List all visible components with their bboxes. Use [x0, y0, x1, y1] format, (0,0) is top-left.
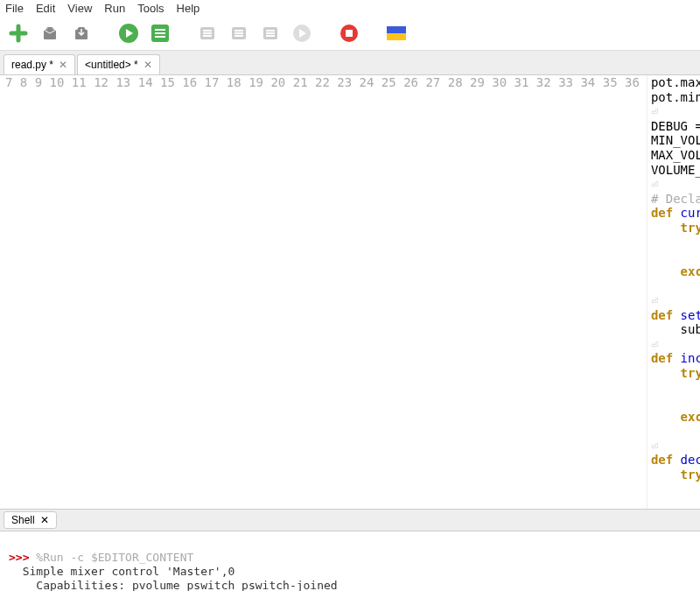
new-file-button[interactable] — [7, 22, 30, 45]
svg-rect-16 — [266, 30, 275, 32]
shell-tab[interactable]: Shell ✕ — [4, 511, 57, 529]
close-icon[interactable]: ✕ — [40, 514, 49, 526]
tab-label: <untitled> * — [85, 59, 138, 71]
run-button[interactable] — [117, 22, 140, 45]
tab-untitled[interactable]: <untitled> * ✕ — [77, 54, 160, 74]
menu-tools[interactable]: Tools — [137, 2, 164, 15]
line-gutter: 7 8 9 10 11 12 13 14 15 16 17 18 19 20 2… — [0, 75, 648, 509]
svg-rect-6 — [155, 36, 165, 38]
code-area[interactable]: pot.maximum = 100 # set the range of out… — [648, 75, 700, 509]
svg-rect-18 — [266, 35, 275, 37]
svg-rect-21 — [346, 30, 353, 37]
tab-label: read.py * — [11, 59, 53, 71]
flag-icon — [385, 22, 408, 45]
tab-read-py[interactable]: read.py * ✕ — [4, 54, 75, 74]
toolbar — [0, 17, 700, 51]
svg-rect-10 — [203, 35, 212, 37]
save-file-button[interactable] — [70, 22, 93, 45]
svg-rect-4 — [155, 29, 165, 31]
menu-view[interactable]: View — [67, 2, 92, 15]
svg-rect-22 — [387, 26, 406, 33]
stop-button[interactable] — [338, 22, 360, 45]
step-over-button[interactable] — [196, 22, 219, 45]
step-out-button[interactable] — [259, 22, 282, 45]
menu-file[interactable]: File — [5, 2, 24, 15]
svg-rect-8 — [203, 30, 212, 32]
svg-rect-23 — [387, 33, 406, 40]
shell-tabs: Shell ✕ — [0, 509, 700, 531]
svg-rect-13 — [234, 32, 243, 34]
code-editor[interactable]: 7 8 9 10 11 12 13 14 15 16 17 18 19 20 2… — [0, 75, 700, 509]
menu-edit[interactable]: Edit — [36, 2, 55, 15]
svg-rect-5 — [155, 32, 165, 34]
close-icon[interactable]: ✕ — [144, 59, 152, 71]
svg-rect-9 — [203, 32, 212, 34]
menu-bar: File Edit View Run Tools Help — [0, 0, 700, 17]
svg-rect-12 — [234, 30, 243, 32]
shell-tab-label: Shell — [11, 514, 35, 526]
debug-button[interactable] — [149, 22, 172, 45]
step-into-button[interactable] — [228, 22, 250, 45]
svg-rect-17 — [266, 32, 275, 34]
resume-button[interactable] — [290, 22, 313, 45]
menu-run[interactable]: Run — [104, 2, 125, 15]
shell-panel[interactable]: >>> %Run -c $EDITOR_CONTENT Simple mixer… — [0, 531, 700, 591]
menu-help[interactable]: Help — [177, 2, 200, 15]
svg-rect-14 — [234, 35, 243, 37]
open-file-button[interactable] — [38, 22, 61, 45]
editor-tabs: read.py * ✕ <untitled> * ✕ — [0, 51, 700, 75]
close-icon[interactable]: ✕ — [59, 59, 67, 71]
